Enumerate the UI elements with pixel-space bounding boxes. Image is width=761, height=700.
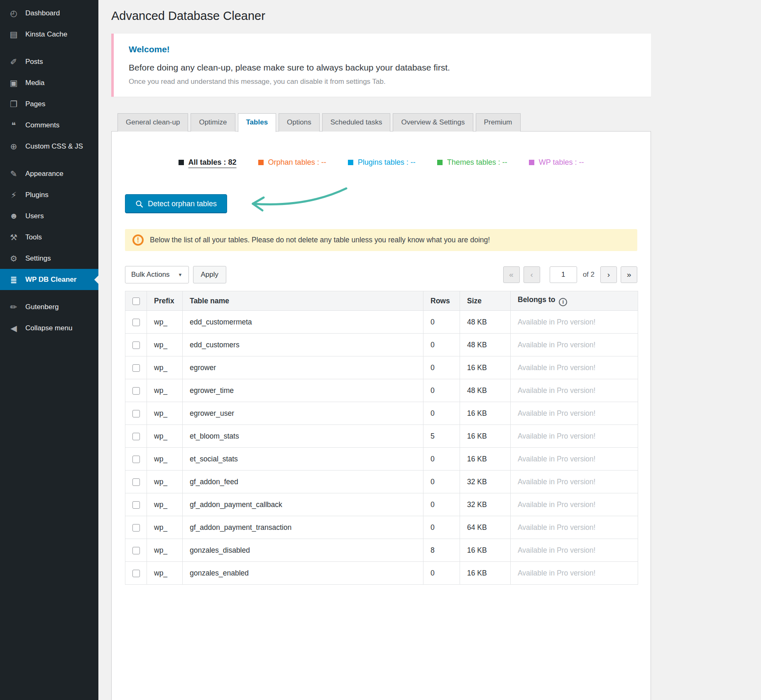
tab-general-clean-up[interactable]: General clean-up xyxy=(117,113,188,132)
cell-rows: 0 xyxy=(423,402,460,425)
sidebar-item-label: Plugins xyxy=(25,191,49,199)
row-checkbox[interactable] xyxy=(132,478,140,486)
row-select-cell xyxy=(125,471,147,493)
row-checkbox[interactable] xyxy=(132,410,140,417)
row-checkbox[interactable] xyxy=(132,433,140,440)
sidebar-item-label: Gutenberg xyxy=(25,303,59,311)
filter-all-tables[interactable]: All tables : 82 xyxy=(179,158,237,167)
row-checkbox[interactable] xyxy=(132,524,140,532)
sidebar-item-kinsta-cache[interactable]: ▤ Kinsta Cache xyxy=(0,24,98,45)
tab-options[interactable]: Options xyxy=(279,113,320,132)
cell-prefix: wp_ xyxy=(147,516,183,539)
cell-prefix: wp_ xyxy=(147,471,183,493)
sidebar-item-label: Tools xyxy=(25,233,42,241)
cell-table-name: et_bloom_stats xyxy=(183,425,423,448)
select-all-checkbox[interactable] xyxy=(132,298,140,305)
sidebar-item-media[interactable]: ▣ Media xyxy=(0,72,98,93)
tables-panel: All tables : 82 Orphan tables : -- Plugi… xyxy=(111,131,651,700)
filter-wp-tables[interactable]: WP tables : -- xyxy=(529,158,584,167)
cell-prefix: wp_ xyxy=(147,379,183,402)
row-checkbox[interactable] xyxy=(132,319,140,326)
sidebar-item-plugins[interactable]: ⚡ Plugins xyxy=(0,184,98,205)
detect-orphan-tables-button[interactable]: Detect orphan tables xyxy=(125,194,227,213)
cell-rows: 8 xyxy=(423,539,460,562)
sidebar-item-settings[interactable]: ⚙ Settings xyxy=(0,248,98,269)
cell-table-name: gf_addon_payment_transaction xyxy=(183,516,423,539)
pagination-page-input[interactable] xyxy=(550,266,577,283)
cell-table-name: gonzales_enabled xyxy=(183,562,423,585)
table-header-row: Prefix Table name Rows Size Belongs toi xyxy=(125,291,638,311)
table-row: wp_ edd_customermeta 0 48 KB Available i… xyxy=(125,311,638,334)
table-filters: All tables : 82 Orphan tables : -- Plugi… xyxy=(112,132,651,167)
filter-label: Orphan tables : -- xyxy=(268,158,326,167)
cell-rows: 0 xyxy=(423,493,460,516)
row-checkbox[interactable] xyxy=(132,341,140,349)
sidebar-item-label: Posts xyxy=(25,58,43,66)
pagination-first-button[interactable]: « xyxy=(503,266,520,283)
pagination-prev-button[interactable]: ‹ xyxy=(524,266,540,283)
filter-label: Themes tables : -- xyxy=(447,158,507,167)
bulk-actions-label: Bulk Actions xyxy=(131,271,170,279)
cell-size: 48 KB xyxy=(460,379,511,402)
row-select-cell xyxy=(125,516,147,539)
row-select-cell xyxy=(125,425,147,448)
table-row: wp_ gf_addon_payment_callback 0 32 KB Av… xyxy=(125,493,638,516)
sidebar-item-posts[interactable]: ✐ Posts xyxy=(0,51,98,72)
apply-button[interactable]: Apply xyxy=(193,266,227,283)
tab-optimize[interactable]: Optimize xyxy=(191,113,235,132)
pagination-last-button[interactable]: » xyxy=(621,266,637,283)
row-select-cell xyxy=(125,379,147,402)
cell-belongs-to: Available in Pro version! xyxy=(511,471,638,493)
sidebar-item-label: Media xyxy=(25,79,44,87)
row-checkbox[interactable] xyxy=(132,570,140,577)
sidebar-item-label: Pages xyxy=(25,100,45,108)
cell-size: 32 KB xyxy=(460,493,511,516)
admin-sidebar: ◴ Dashboard ▤ Kinsta Cache ✐ Posts ▣ Med… xyxy=(0,0,98,700)
tab-overview-settings[interactable]: Overview & Settings xyxy=(393,113,473,132)
info-icon[interactable]: i xyxy=(559,298,567,306)
tab-premium[interactable]: Premium xyxy=(476,113,521,132)
cell-prefix: wp_ xyxy=(147,402,183,425)
sidebar-separator xyxy=(0,157,98,163)
sidebar-item-wp-db-cleaner[interactable]: ≣ WP DB Cleaner xyxy=(0,269,98,290)
table-toolbar: Bulk Actions ▼ Apply « ‹ of 2 › » xyxy=(125,266,637,283)
bulk-actions-select[interactable]: Bulk Actions ▼ xyxy=(125,266,189,283)
cell-size: 48 KB xyxy=(460,334,511,356)
sidebar-item-collapse-menu[interactable]: ◀ Collapse menu xyxy=(0,317,98,339)
filter-label: All tables : 82 xyxy=(188,158,237,167)
column-header-rows: Rows xyxy=(423,291,460,311)
sidebar-item-tools[interactable]: ⚒ Tools xyxy=(0,227,98,248)
column-header-table-name: Table name xyxy=(183,291,423,311)
filter-orphan-tables[interactable]: Orphan tables : -- xyxy=(258,158,326,167)
cell-belongs-to: Available in Pro version! xyxy=(511,311,638,334)
sidebar-item-appearance[interactable]: ✎ Appearance xyxy=(0,163,98,184)
row-checkbox[interactable] xyxy=(132,387,140,395)
pagination-next-button[interactable]: › xyxy=(600,266,617,283)
row-checkbox[interactable] xyxy=(132,547,140,554)
tab-scheduled-tasks[interactable]: Scheduled tasks xyxy=(322,113,391,132)
filter-themes-tables[interactable]: Themes tables : -- xyxy=(437,158,507,167)
filter-label: WP tables : -- xyxy=(539,158,584,167)
sidebar-item-comments[interactable]: ❝ Comments xyxy=(0,115,98,136)
tab-tables[interactable]: Tables xyxy=(238,113,277,132)
search-icon xyxy=(135,200,143,208)
row-checkbox[interactable] xyxy=(132,456,140,463)
filter-plugins-tables[interactable]: Plugins tables : -- xyxy=(348,158,416,167)
cell-table-name: gf_addon_payment_callback xyxy=(183,493,423,516)
row-checkbox[interactable] xyxy=(132,501,140,509)
sidebar-item-pages[interactable]: ❐ Pages xyxy=(0,93,98,115)
sidebar-item-dashboard[interactable]: ◴ Dashboard xyxy=(0,2,98,24)
cell-rows: 0 xyxy=(423,562,460,585)
cell-belongs-to: Available in Pro version! xyxy=(511,562,638,585)
dashboard-icon: ◴ xyxy=(8,8,19,18)
sidebar-item-users[interactable]: ☻ Users xyxy=(0,205,98,227)
cell-rows: 5 xyxy=(423,425,460,448)
sidebar-item-custom-css-js[interactable]: ⊕ Custom CSS & JS xyxy=(0,136,98,157)
wordpress-admin-page: ◴ Dashboard ▤ Kinsta Cache ✐ Posts ▣ Med… xyxy=(0,0,761,700)
row-select-cell xyxy=(125,493,147,516)
cell-size: 16 KB xyxy=(460,539,511,562)
sidebar-item-gutenberg[interactable]: ✏ Gutenberg xyxy=(0,296,98,317)
bulk-actions-group: Bulk Actions ▼ Apply xyxy=(125,266,226,283)
table-row: wp_ gf_addon_feed 0 32 KB Available in P… xyxy=(125,471,638,493)
row-checkbox[interactable] xyxy=(132,364,140,372)
